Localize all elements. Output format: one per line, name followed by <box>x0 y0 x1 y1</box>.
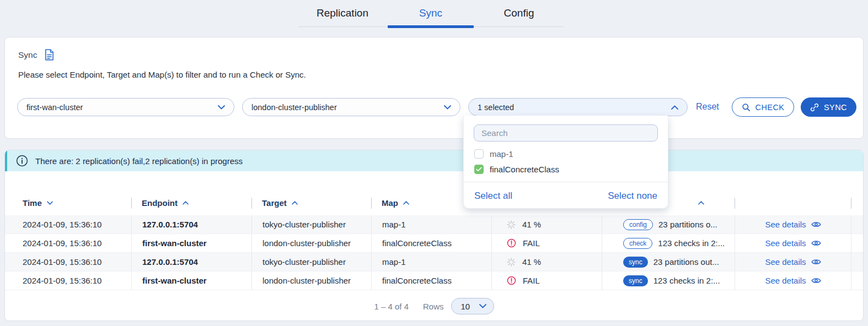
table-row: 2024-01-09, 15:36:10 first-wan-cluster l… <box>5 271 863 290</box>
fail-icon <box>507 276 516 285</box>
cell-map: finalConcreteClass <box>371 271 491 290</box>
tab-replication[interactable]: Replication <box>298 0 387 26</box>
chevron-down-icon <box>444 105 451 110</box>
cell-message: check 123 checks in 2:... <box>602 234 735 252</box>
document-icon[interactable] <box>44 49 55 61</box>
check-badge: check <box>623 238 652 249</box>
tab-sync[interactable]: Sync <box>387 0 475 26</box>
filter-description: Please select Endpoint, Target and Map(s… <box>18 70 306 79</box>
eye-icon <box>811 221 821 228</box>
sort-asc-icon <box>183 201 189 205</box>
chevron-down-icon <box>479 304 486 308</box>
sync-button[interactable]: SYNC <box>801 97 856 117</box>
header-endpoint[interactable]: Endpoint <box>131 191 251 215</box>
eye-icon <box>811 240 821 247</box>
see-details-link[interactable]: See details <box>765 257 821 267</box>
see-details-link[interactable]: See details <box>765 220 821 229</box>
cell-map: map-1 <box>371 215 491 233</box>
progress-spinner-icon <box>507 258 516 267</box>
checkbox-checked[interactable] <box>474 165 484 174</box>
map-dropdown-panel: map-1 finalConcreteClass Select all Sele… <box>463 116 668 209</box>
header-details <box>735 191 851 215</box>
top-tabbar: Replication Sync Config <box>298 0 564 27</box>
cell-target: london-cluster-publisher <box>251 271 371 290</box>
tab-config[interactable]: Config <box>475 0 563 26</box>
config-badge: config <box>623 219 653 230</box>
cell-endpoint: 127.0.0.1:5704 <box>131 215 251 233</box>
cell-endpoint: first-wan-cluster <box>131 234 251 252</box>
cell-time: 2024-01-09, 15:36:10 <box>5 271 131 290</box>
eye-icon <box>811 277 821 284</box>
checkbox-unchecked[interactable] <box>474 149 484 159</box>
endpoint-select[interactable]: first-wan-cluster <box>17 98 234 116</box>
progress-spinner-icon <box>507 220 516 229</box>
filter-card: Sync Please select Endpoint, Target and … <box>4 37 864 139</box>
info-icon <box>16 155 28 167</box>
cell-time: 2024-01-09, 15:36:10 <box>5 253 131 271</box>
pagination: 1 – 4 of 4 Rows 10 <box>5 290 863 321</box>
rows-per-page-label: Rows <box>423 302 444 311</box>
cell-time: 2024-01-09, 15:36:10 <box>5 215 131 233</box>
cell-message: config 23 partitions o... <box>602 215 735 233</box>
table-body: 2024-01-09, 15:36:10 127.0.0.1:5704 toky… <box>5 215 863 290</box>
sync-badge: sync <box>623 257 648 268</box>
table-row: 2024-01-09, 15:36:10 127.0.0.1:5704 toky… <box>5 215 863 234</box>
cell-target: tokyo-cluster-publisher <box>251 215 371 233</box>
sort-desc-icon <box>47 201 53 205</box>
cell-message: sync 123 checks in 2:... <box>602 271 735 290</box>
sort-asc-icon <box>698 201 704 205</box>
see-details-link[interactable]: See details <box>765 238 821 248</box>
cell-status: FAIL <box>491 234 602 252</box>
map-select[interactable]: 1 selected <box>468 98 688 116</box>
chevron-down-icon <box>218 105 225 110</box>
rows-per-page-select[interactable]: 10 <box>451 298 494 314</box>
header-target[interactable]: Target <box>251 191 371 215</box>
cell-details: See details <box>735 253 851 271</box>
sort-asc-icon <box>403 201 409 205</box>
banner-text: There are: 2 replication(s) fail,2 repli… <box>35 156 243 166</box>
link-icon <box>810 103 819 112</box>
map-option-map-1[interactable]: map-1 <box>464 146 668 161</box>
table-row: 2024-01-09, 15:36:10 127.0.0.1:5704 toky… <box>5 253 863 271</box>
cell-status: FAIL <box>491 271 602 290</box>
info-banner: There are: 2 replication(s) fail,2 repli… <box>5 150 863 171</box>
map-option-finalconcreteclass[interactable]: finalConcreteClass <box>464 161 668 177</box>
cell-map: map-1 <box>371 253 491 271</box>
cell-status: 41 % <box>491 253 602 271</box>
table-header-row: Time Endpoint Target Map <box>5 191 863 215</box>
cell-target: london-cluster-publisher <box>251 234 371 252</box>
cell-message: sync 23 partitions out... <box>602 253 735 271</box>
cell-endpoint: first-wan-cluster <box>131 271 251 290</box>
cell-details: See details <box>735 234 851 252</box>
fail-icon <box>507 238 516 248</box>
cell-details: See details <box>735 271 851 290</box>
sync-badge: sync <box>623 275 648 286</box>
select-none-link[interactable]: Select none <box>608 191 657 202</box>
header-time[interactable]: Time <box>5 191 131 215</box>
card-title: Sync <box>18 50 37 60</box>
see-details-link[interactable]: See details <box>765 276 821 285</box>
cell-time: 2024-01-09, 15:36:10 <box>5 234 131 252</box>
map-search-input[interactable] <box>474 124 658 142</box>
target-select[interactable]: london-cluster-publisher <box>242 98 460 116</box>
pagination-range: 1 – 4 of 4 <box>374 302 409 311</box>
check-button[interactable]: CHECK <box>732 97 794 117</box>
cell-endpoint: 127.0.0.1:5704 <box>131 253 251 271</box>
table-row: 2024-01-09, 15:36:10 first-wan-cluster l… <box>5 234 863 253</box>
cell-target: tokyo-cluster-publisher <box>251 253 371 271</box>
cell-details: See details <box>735 215 851 233</box>
results-card: There are: 2 replication(s) fail,2 repli… <box>4 150 864 321</box>
cell-status: 41 % <box>491 215 602 233</box>
eye-icon <box>811 258 821 265</box>
sync-page: Replication Sync Config Sync Please sele… <box>0 0 868 326</box>
sort-asc-icon <box>292 201 298 205</box>
chevron-up-icon <box>671 105 678 110</box>
search-icon <box>742 103 751 112</box>
reset-button[interactable]: Reset <box>696 102 719 112</box>
select-all-link[interactable]: Select all <box>474 191 512 202</box>
cell-map: finalConcreteClass <box>371 234 491 252</box>
active-tab-underline <box>388 25 474 28</box>
